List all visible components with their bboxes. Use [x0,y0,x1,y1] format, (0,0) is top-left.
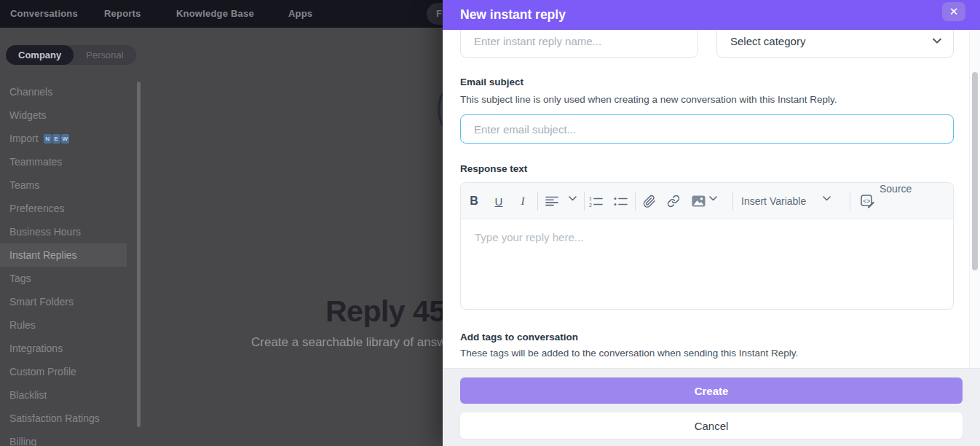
rich-text-editor: B U I 12 [460,182,954,310]
modal-scrollbar-thumb[interactable] [972,72,978,270]
chevron-down-icon [933,38,941,44]
insert-variable-chevron-icon[interactable] [823,196,831,201]
modal-header: New instant reply ✕ [443,0,980,30]
source-code-icon: <> [861,195,874,208]
email-subject-description: This subject line is only used when crea… [460,94,837,105]
editor-toolbar: B U I 12 [461,183,953,219]
workspace-toggle: Company Personal [6,45,136,65]
sidebar-item-teams[interactable]: Teams [0,173,128,197]
reply-textarea[interactable] [461,219,953,309]
sidebar-item-widgets[interactable]: Widgets [0,103,128,127]
sidebar-item-rules[interactable]: Rules [0,313,128,337]
email-subject-input[interactable] [460,114,954,144]
sidebar-item-teammates[interactable]: Teammates [0,150,128,173]
add-tags-label: Add tags to conversation [460,332,578,343]
sidebar-item-integrations[interactable]: Integrations [0,337,128,360]
sidebar-scrollbar[interactable] [137,82,141,427]
svg-text:1: 1 [589,196,592,201]
svg-text:<>: <> [863,197,870,204]
sidebar-item-import[interactable]: Import NEW [0,127,128,150]
image-chevron-icon[interactable] [709,196,717,201]
modal-title: New instant reply [460,0,566,30]
modal-scrollbar-track[interactable] [969,30,980,368]
svg-text:2: 2 [589,202,592,207]
sidebar-item-channels[interactable]: Channels [0,80,128,103]
sidebar-item-billing[interactable]: Billing [0,430,128,446]
add-tags-description: These tags will be added to the conversa… [460,348,798,359]
toggle-personal[interactable]: Personal [74,45,135,65]
link-icon[interactable] [663,191,684,211]
nav-item-apps[interactable]: Apps [288,0,312,28]
align-chevron-icon[interactable] [569,196,577,201]
image-icon[interactable] [688,191,708,211]
new-instant-reply-modal: Select category Email subject This subje… [443,0,980,446]
insert-variable-button[interactable]: Insert Variable [741,183,806,219]
close-icon[interactable]: ✕ [942,2,965,21]
cancel-button[interactable]: Cancel [460,412,963,439]
align-icon[interactable] [542,191,562,211]
underline-button[interactable]: U [489,191,509,211]
sidebar-item-business-hours[interactable]: Business Hours [0,220,128,243]
sidebar-item-preferences[interactable]: Preferences [0,197,128,220]
sidebar-item-instant-replies[interactable]: Instant Replies [0,243,127,267]
modal-footer: Create Cancel [443,368,980,446]
sidebar-item-custom-profile[interactable]: Custom Profile [0,360,128,383]
response-text-label: Response text [460,163,527,174]
page-subtitle: Create a searchable library of answ [251,335,446,350]
settings-sidebar: Channels Widgets Import NEW Teammates Te… [0,80,143,446]
attachment-icon[interactable] [639,191,660,211]
app-root: Conversations Reports Knowledge Base App… [0,0,980,446]
toggle-company[interactable]: Company [6,45,74,65]
bold-button[interactable]: B [464,191,484,211]
italic-button[interactable]: I [513,191,533,211]
editor-body [461,219,953,309]
email-subject-label: Email subject [460,77,523,87]
source-button[interactable]: <> Source [861,183,912,219]
sidebar-item-satisfaction-ratings[interactable]: Satisfaction Ratings [0,407,128,430]
sidebar-item-smart-folders[interactable]: Smart Folders [0,290,128,313]
create-button[interactable]: Create [460,377,963,404]
nav-item-reports[interactable]: Reports [104,0,141,28]
bullet-list-icon[interactable] [610,191,631,211]
nav-item-knowledge-base[interactable]: Knowledge Base [176,0,254,28]
new-badge: NEW [44,134,69,144]
ordered-list-icon[interactable]: 12 [585,191,606,211]
nav-item-conversations[interactable]: Conversations [10,0,78,28]
sidebar-item-tags[interactable]: Tags [0,267,128,290]
sidebar-item-blacklist[interactable]: Blacklist [0,383,128,407]
